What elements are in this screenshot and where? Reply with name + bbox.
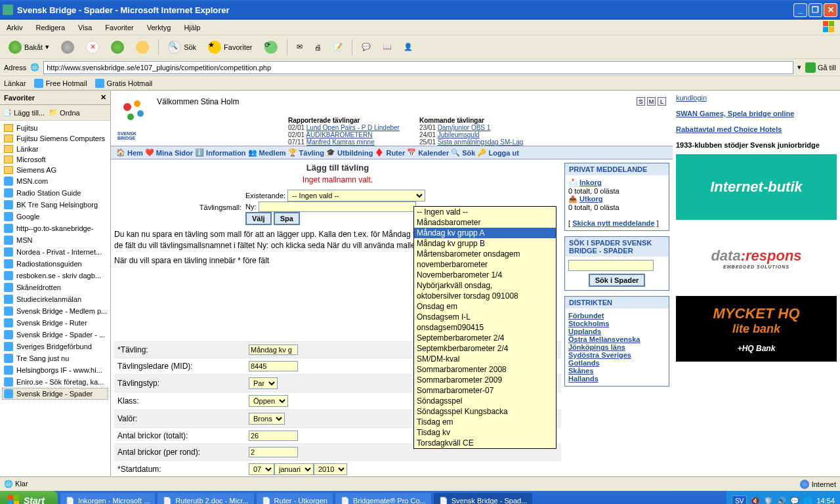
district-link[interactable]: Upplands [568,327,601,335]
favorites-item[interactable]: Helsingborgs IF - www.hi... [2,364,108,376]
address-input[interactable] [43,61,793,74]
taskbar-item[interactable]: 📄Inkorgen - Microsoft ... [60,493,155,504]
dropdown-option[interactable]: Söndagsspel Kungsbacka [414,406,556,417]
favorites-organize-button[interactable]: 📁Ordna [49,108,80,117]
favorites-item[interactable]: Nordea - Privat - Internet... [2,246,108,258]
favorites-item[interactable]: Svensk Bridge - Spader [2,388,108,400]
menu-visa[interactable]: Visa [75,22,94,33]
messenger-button[interactable]: 👤 [399,40,417,54]
favorites-item[interactable]: Svensk Bridge - Medlem p... [2,305,108,317]
spader-search-input[interactable] [568,260,654,271]
tray-icon[interactable]: 🔊 [777,497,786,505]
dropdown-option[interactable]: onsdagsem090415 [414,322,556,333]
brickor-rond-input[interactable] [249,447,298,457]
link-free-hotmail[interactable]: Free Hotmail [34,79,87,88]
favorites-item[interactable]: Siemens AG [2,165,108,175]
dropdown-option[interactable]: Tisdag kv [414,427,556,438]
start-day-select[interactable]: 07 [249,463,274,475]
research-button[interactable]: 📖 [378,40,396,54]
klass-select[interactable]: Öppen [249,395,288,407]
favorites-item[interactable]: Svensk Bridge - Spader - ... [2,329,108,341]
nav-medlem[interactable]: 👥Medlem [248,148,286,157]
maximize-button[interactable]: ❐ [808,3,822,17]
clock[interactable]: 14:54 [816,497,835,504]
dropdown-option[interactable]: Sommarbaromenter 2008 [414,364,556,375]
stop-button[interactable]: ✕ [81,38,104,56]
edit-button[interactable]: 📝 [329,40,347,54]
ad-hq-bank[interactable]: MYCKET HQ lite bank +HQ Bank [676,296,837,362]
favorites-item[interactable]: resboken.se - skriv dagb... [2,270,108,282]
existing-select-dropdown[interactable]: -- Ingen vald --MånadsbarometerMåndag kv… [413,206,556,449]
favorites-item[interactable]: Sveriges Bridgeförbund [2,341,108,352]
favorites-item[interactable]: http--go.to-skanebridge- [2,222,108,234]
home-button[interactable] [131,38,154,56]
size-s-button[interactable]: S [637,97,645,106]
menu-redigera[interactable]: Redigera [33,22,68,33]
minimize-button[interactable]: _ [793,3,807,17]
favorites-item[interactable]: BK Tre Sang Helsingborg [2,199,108,211]
dropdown-option[interactable]: Nybörjarkväll onsdag, [414,280,556,291]
dropdown-option[interactable]: Måndag kv grupp A [414,228,556,238]
dropdown-option[interactable]: Septemberbarometer 2/4 [414,333,556,343]
outbox-link[interactable]: Utkorg [579,195,602,203]
favorites-item[interactable]: Svensk Bridge - Ruter [2,317,108,329]
inbox-link[interactable]: Inkorg [579,178,602,186]
swan-link[interactable]: SWAN Games, Spela bridge online [676,110,794,117]
history-button[interactable]: ⟳ [260,38,282,56]
close-button[interactable]: ✕ [824,3,837,17]
refresh-button[interactable] [106,38,129,56]
favorites-item[interactable]: Eniro.se - Sök företag, ka... [2,376,108,388]
dropdown-option[interactable]: Torsdagkväll CE [414,438,556,448]
dropdown-option[interactable]: SM/DM-kval [414,354,556,364]
ledare-input[interactable] [249,361,298,371]
start-year-select[interactable]: 2010 [314,463,347,475]
existing-select[interactable]: -- Ingen vald -- [287,190,425,201]
reported-link[interactable]: Manfred Kamras minne [306,138,375,146]
start-button[interactable]: Start [0,491,58,504]
dropdown-option[interactable]: Mårtensbarometer onsdagem [414,249,556,259]
new-input[interactable] [259,201,416,212]
nav-hem[interactable]: 🏠Hem [116,148,143,157]
nav-tavling[interactable]: 🏆Tävling [288,148,325,157]
start-month-select[interactable]: januari [274,463,314,475]
favorites-button[interactable]: ★Favoriter [203,38,257,56]
choice-link[interactable]: Rabattavtal med Choice Hotels [676,125,782,133]
send-pm-link[interactable]: Skicka nytt meddelande [572,219,654,227]
dropdown-option[interactable]: Sommarbarometer 2009 [414,375,556,385]
address-dropdown-icon[interactable]: ▾ [797,63,801,72]
dropdown-option[interactable]: oktobersilver torsdag 091008 [414,291,556,301]
dropdown-option[interactable]: Måndag kv grupp B [414,238,556,249]
discuss-button[interactable]: 💬 [357,40,375,54]
nav-ruter[interactable]: ♦️Ruter [375,148,405,157]
dropdown-option[interactable]: Novemberbarometer 1/4 [414,270,556,280]
tray-icon[interactable]: 🔇 [751,497,760,505]
district-link[interactable]: Gotlands [568,359,600,367]
favorites-item[interactable]: Radio Station Guide [2,187,108,199]
favorites-item[interactable]: Länkar [2,144,108,154]
language-indicator[interactable]: SV [732,495,747,505]
district-link[interactable]: Förbundet [568,312,604,320]
upcoming-link[interactable]: Dam/junior OBS 1 [438,124,491,131]
dropdown-option[interactable]: Sommarbarometer-07 [414,385,556,396]
print-button[interactable]: 🖨 [310,41,326,54]
spader-search-button[interactable]: Sök i Spader [589,274,646,287]
upcoming-link[interactable]: Sista anmälningsdag SM-Lag [438,138,524,146]
favorites-item[interactable]: Studiecirkelanmälan [2,293,108,305]
favorites-item[interactable]: Radiostationsguiden [2,258,108,270]
typ-select[interactable]: Par [249,377,278,389]
nav-sok[interactable]: 🔍Sök [451,148,475,157]
taskbar-item[interactable]: 📄Bridgemate® Pro Co... [335,493,431,504]
nav-information[interactable]: ℹ️Information [195,148,246,157]
menu-verktyg[interactable]: Verktyg [144,22,174,33]
dropdown-option[interactable]: novemberbarometer [414,259,556,270]
favorites-add-button[interactable]: 📑Lägg till... [3,108,45,117]
favorites-item[interactable]: Fujitsu Siemens Computers [2,133,108,144]
favorites-item[interactable]: Fujitsu [2,123,108,133]
favorites-close-icon[interactable]: ✕ [100,93,106,102]
dropdown-option[interactable]: Onsdag em [414,301,556,312]
brickor-total-input[interactable] [249,430,298,441]
menu-hjalp[interactable]: Hjälp [181,22,203,33]
taskbar-item[interactable]: 📄Svensk Bridge - Spad... [434,493,533,504]
district-link[interactable]: Jönköpings läns [568,343,625,351]
tray-icon[interactable]: 🛡️ [764,497,773,505]
